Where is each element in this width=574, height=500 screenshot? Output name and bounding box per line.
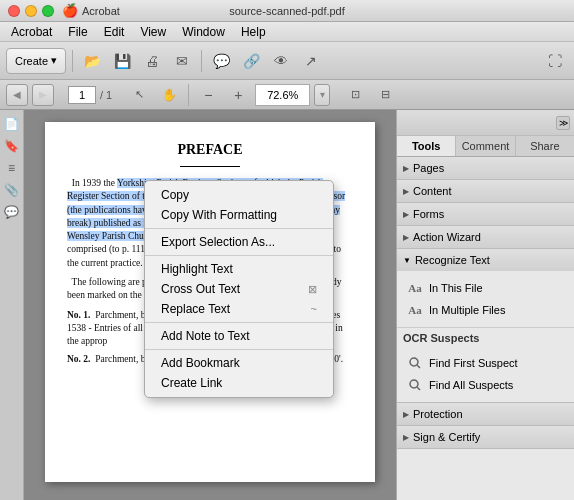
section-content-header[interactable]: ▶ Content (397, 180, 574, 202)
ctx-add-bookmark[interactable]: Add Bookmark (145, 353, 333, 373)
find-all-suspects-label: Find All Suspects (429, 379, 513, 391)
ctx-crossout[interactable]: Cross Out Text ⊠ (145, 279, 333, 299)
panel-tabs: Tools Comment Share (397, 136, 574, 157)
page-number-input[interactable] (68, 86, 96, 104)
section-sign-certify-header[interactable]: ▶ Sign & Certify (397, 426, 574, 448)
fit-width-button[interactable]: ⊟ (372, 82, 398, 108)
hand-tool[interactable]: ✋ (156, 82, 182, 108)
ctx-replace[interactable]: Replace Text ~ (145, 299, 333, 319)
section-protection-header[interactable]: ▶ Protection (397, 403, 574, 425)
pages-panel-icon[interactable]: 📄 (2, 114, 22, 134)
tab-tools[interactable]: Tools (397, 136, 456, 156)
in-this-file-icon: Aa (407, 280, 423, 296)
left-sidebar: 📄 🔖 ≡ 📎 💬 (0, 110, 24, 500)
minimize-button[interactable] (25, 5, 37, 17)
nav-separator-1 (188, 84, 189, 106)
window-title: source-scanned-pdf.pdf (229, 5, 345, 17)
apple-icon: 🍎 (62, 3, 78, 18)
export-button[interactable]: ↗ (298, 48, 324, 74)
ctx-add-note[interactable]: Add Note to Text (145, 326, 333, 346)
ocr-suspects-content: Find First Suspect Find All Suspects (397, 346, 574, 402)
right-panel: ≫ Tools Comment Share ▶ Pages ▶ Content … (396, 110, 574, 500)
section-sign-certify: ▶ Sign & Certify (397, 426, 574, 449)
forward-button[interactable]: ▶ (32, 84, 54, 106)
zoom-in-button[interactable]: + (225, 82, 251, 108)
layers-icon[interactable]: ≡ (2, 158, 22, 178)
ctx-create-link-label: Create Link (161, 376, 222, 390)
sign-certify-label: Sign & Certify (413, 431, 480, 443)
save-button[interactable]: 💾 (109, 48, 135, 74)
tab-comment[interactable]: Comment (456, 136, 515, 156)
close-button[interactable] (8, 5, 20, 17)
content-triangle-icon: ▶ (403, 187, 409, 196)
maximize-button[interactable] (42, 5, 54, 17)
bookmarks-icon[interactable]: 🔖 (2, 136, 22, 156)
select-tool[interactable]: ↖ (126, 82, 152, 108)
attachments-icon[interactable]: 📎 (2, 180, 22, 200)
share-button[interactable]: 🔗 (238, 48, 264, 74)
section-recognize-text: ▼ Recognize Text Aa In This File Aa In M… (397, 249, 574, 403)
in-this-file-label: In This File (429, 282, 483, 294)
find-first-suspect-label: Find First Suspect (429, 357, 518, 369)
ctx-copy[interactable]: Copy (145, 185, 333, 205)
zoom-dropdown[interactable]: ▾ (314, 84, 330, 106)
menu-view[interactable]: View (133, 23, 173, 41)
ctx-copy-formatting[interactable]: Copy With Formatting (145, 205, 333, 225)
protection-triangle-icon: ▶ (403, 410, 409, 419)
fullscreen-button[interactable]: ⛶ (542, 48, 568, 74)
ctx-replace-shortcut: ~ (311, 303, 317, 315)
svg-point-0 (410, 358, 418, 366)
pdf-area: PREFACE In 1939 the Yorkshire Parish Reg… (24, 110, 396, 500)
create-dropdown-icon: ▾ (51, 54, 57, 67)
ctx-export-selection[interactable]: Export Selection As... (145, 232, 333, 252)
menu-help[interactable]: Help (234, 23, 273, 41)
pdf-preface-title: PREFACE (67, 142, 353, 158)
ctx-sep-3 (145, 322, 333, 323)
section-recognize-text-header[interactable]: ▼ Recognize Text (397, 249, 574, 271)
create-button[interactable]: Create ▾ (6, 48, 66, 74)
open-button[interactable]: 📂 (79, 48, 105, 74)
menu-bar: Acrobat File Edit View Window Help (0, 22, 574, 42)
toolbar-separator-2 (201, 50, 202, 72)
section-protection: ▶ Protection (397, 403, 574, 426)
ctx-copy-formatting-label: Copy With Formatting (161, 208, 277, 222)
in-multiple-files-item[interactable]: Aa In Multiple Files (401, 299, 570, 321)
ctx-highlight[interactable]: Highlight Text (145, 259, 333, 279)
section-forms-header[interactable]: ▶ Forms (397, 203, 574, 225)
app-name: Acrobat (82, 5, 120, 17)
tab-share[interactable]: Share (516, 136, 574, 156)
svg-line-1 (417, 365, 420, 368)
svg-point-2 (410, 380, 418, 388)
create-label: Create (15, 55, 48, 67)
find-all-suspects-icon (407, 377, 423, 393)
back-button[interactable]: ◀ (6, 84, 28, 106)
review-button[interactable]: 👁 (268, 48, 294, 74)
find-first-suspect-icon (407, 355, 423, 371)
panel-header: ≫ (397, 110, 574, 136)
find-all-suspects-item[interactable]: Find All Suspects (401, 374, 570, 396)
ctx-create-link[interactable]: Create Link (145, 373, 333, 393)
fit-page-button[interactable]: ⊡ (342, 82, 368, 108)
ctx-replace-label: Replace Text (161, 302, 230, 316)
forms-triangle-icon: ▶ (403, 210, 409, 219)
zoom-out-button[interactable]: − (195, 82, 221, 108)
in-this-file-item[interactable]: Aa In This File (401, 277, 570, 299)
ctx-sep-4 (145, 349, 333, 350)
menu-file[interactable]: File (61, 23, 94, 41)
recognize-text-triangle-icon: ▼ (403, 256, 411, 265)
comments-icon[interactable]: 💬 (2, 202, 22, 222)
find-first-suspect-item[interactable]: Find First Suspect (401, 352, 570, 374)
zoom-value: 72.6% (255, 84, 310, 106)
comment-button[interactable]: 💬 (208, 48, 234, 74)
action-wizard-triangle-icon: ▶ (403, 233, 409, 242)
in-multiple-files-label: In Multiple Files (429, 304, 505, 316)
menu-window[interactable]: Window (175, 23, 232, 41)
email-button[interactable]: ✉ (169, 48, 195, 74)
print-button[interactable]: 🖨 (139, 48, 165, 74)
collapse-panel-button[interactable]: ≫ (556, 116, 570, 130)
menu-edit[interactable]: Edit (97, 23, 132, 41)
toolbar: Create ▾ 📂 💾 🖨 ✉ 💬 🔗 👁 ↗ ⛶ (0, 42, 574, 80)
section-pages-header[interactable]: ▶ Pages (397, 157, 574, 179)
section-action-wizard-header[interactable]: ▶ Action Wizard (397, 226, 574, 248)
menu-acrobat[interactable]: Acrobat (4, 23, 59, 41)
